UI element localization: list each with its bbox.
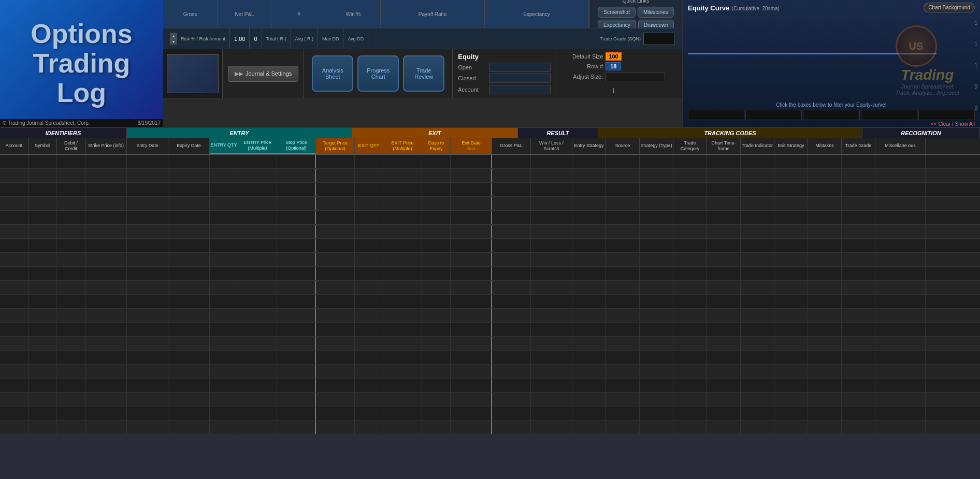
equity-account-input[interactable] bbox=[489, 85, 551, 94]
grid-cell[interactable] bbox=[383, 197, 422, 210]
grid-cell[interactable] bbox=[316, 420, 355, 434]
grid-cell[interactable] bbox=[492, 420, 531, 434]
grid-cell[interactable] bbox=[451, 253, 492, 266]
grid-cell[interactable] bbox=[316, 309, 355, 322]
grid-cell[interactable] bbox=[774, 407, 808, 420]
grid-cell[interactable] bbox=[673, 267, 707, 280]
grid-cell[interactable] bbox=[168, 169, 210, 182]
grid-cell[interactable] bbox=[422, 323, 451, 336]
table-row[interactable] bbox=[0, 420, 980, 434]
grid-cell[interactable] bbox=[707, 337, 741, 350]
grid-cell[interactable] bbox=[640, 407, 673, 420]
grid-cell[interactable] bbox=[808, 393, 842, 406]
grid-cell[interactable] bbox=[238, 225, 277, 238]
grid-cell[interactable] bbox=[238, 295, 277, 308]
grid-cell[interactable] bbox=[28, 420, 57, 434]
adjust-size-input[interactable] bbox=[606, 72, 665, 81]
grid-cell[interactable] bbox=[277, 253, 316, 266]
grid-cell[interactable] bbox=[606, 393, 640, 406]
grid-cell[interactable] bbox=[808, 407, 842, 420]
grid-cell[interactable] bbox=[316, 211, 355, 224]
grid-cell[interactable] bbox=[673, 365, 707, 378]
grid-cell[interactable] bbox=[572, 393, 606, 406]
grid-cell[interactable] bbox=[808, 351, 842, 364]
grid-cell[interactable] bbox=[640, 225, 673, 238]
grid-cell[interactable] bbox=[127, 239, 168, 252]
grid-cell[interactable] bbox=[57, 337, 85, 350]
grid-cell[interactable] bbox=[57, 393, 85, 406]
grid-cell[interactable] bbox=[531, 420, 572, 434]
grid-cell[interactable] bbox=[277, 267, 316, 280]
table-row[interactable] bbox=[0, 211, 980, 225]
grid-cell[interactable] bbox=[774, 225, 808, 238]
grid-cell[interactable] bbox=[875, 225, 926, 238]
equity-closed-input[interactable] bbox=[489, 74, 551, 83]
grid-cell[interactable] bbox=[168, 393, 210, 406]
grid-cell[interactable] bbox=[451, 379, 492, 392]
grid-cell[interactable] bbox=[127, 407, 168, 420]
grid-cell[interactable] bbox=[316, 225, 355, 238]
grid-cell[interactable] bbox=[355, 197, 383, 210]
grid-cell[interactable] bbox=[531, 379, 572, 392]
grid-cell[interactable] bbox=[572, 211, 606, 224]
grid-cell[interactable] bbox=[85, 155, 127, 168]
grid-cell[interactable] bbox=[57, 267, 85, 280]
grid-cell[interactable] bbox=[383, 295, 422, 308]
grid-cell[interactable] bbox=[673, 379, 707, 392]
grid-cell[interactable] bbox=[383, 211, 422, 224]
grid-cell[interactable] bbox=[355, 407, 383, 420]
grid-cell[interactable] bbox=[0, 267, 28, 280]
grid-cell[interactable] bbox=[640, 420, 673, 434]
grid-cell[interactable] bbox=[572, 295, 606, 308]
table-row[interactable] bbox=[0, 225, 980, 239]
table-row[interactable] bbox=[0, 183, 980, 197]
grid-cell[interactable] bbox=[492, 239, 531, 252]
grid-cell[interactable] bbox=[355, 365, 383, 378]
grid-cell[interactable] bbox=[316, 253, 355, 266]
grid-cell[interactable] bbox=[316, 197, 355, 210]
grid-cell[interactable] bbox=[808, 337, 842, 350]
grid-cell[interactable] bbox=[606, 420, 640, 434]
grid-cell[interactable] bbox=[707, 225, 741, 238]
table-row[interactable] bbox=[0, 155, 980, 169]
grid-cell[interactable] bbox=[277, 323, 316, 336]
grid-cell[interactable] bbox=[707, 155, 741, 168]
grid-cell[interactable] bbox=[741, 267, 774, 280]
table-row[interactable] bbox=[0, 197, 980, 211]
grid-cell[interactable] bbox=[492, 211, 531, 224]
grid-cell[interactable] bbox=[277, 169, 316, 182]
grid-cell[interactable] bbox=[451, 337, 492, 350]
grid-cell[interactable] bbox=[606, 323, 640, 336]
grid-cell[interactable] bbox=[741, 295, 774, 308]
grid-cell[interactable] bbox=[28, 337, 57, 350]
grid-cell[interactable] bbox=[741, 407, 774, 420]
grid-cell[interactable] bbox=[277, 379, 316, 392]
grid-cell[interactable] bbox=[210, 309, 238, 322]
grid-cell[interactable] bbox=[640, 197, 673, 210]
grid-cell[interactable] bbox=[673, 351, 707, 364]
grid-cell[interactable] bbox=[673, 211, 707, 224]
grid-cell[interactable] bbox=[492, 197, 531, 210]
grid-cell[interactable] bbox=[422, 351, 451, 364]
grid-cell[interactable] bbox=[808, 295, 842, 308]
grid-cell[interactable] bbox=[774, 351, 808, 364]
grid-cell[interactable] bbox=[774, 379, 808, 392]
grid-cell[interactable] bbox=[451, 211, 492, 224]
grid-cell[interactable] bbox=[0, 323, 28, 336]
grid-cell[interactable] bbox=[808, 281, 842, 294]
grid-cell[interactable] bbox=[28, 211, 57, 224]
grid-cell[interactable] bbox=[0, 379, 28, 392]
grid-cell[interactable] bbox=[355, 393, 383, 406]
grid-cell[interactable] bbox=[127, 323, 168, 336]
grid-cell[interactable] bbox=[707, 267, 741, 280]
grid-cell[interactable] bbox=[277, 407, 316, 420]
grid-cell[interactable] bbox=[451, 183, 492, 196]
grid-cell[interactable] bbox=[875, 323, 926, 336]
trade-review-button[interactable]: Trade Review bbox=[403, 55, 444, 92]
analysis-sheet-button[interactable]: Analysis Sheet bbox=[312, 55, 353, 92]
grid-cell[interactable] bbox=[572, 239, 606, 252]
grid-cell[interactable] bbox=[383, 225, 422, 238]
grid-cell[interactable] bbox=[85, 183, 127, 196]
grid-cell[interactable] bbox=[0, 183, 28, 196]
grid-cell[interactable] bbox=[606, 253, 640, 266]
